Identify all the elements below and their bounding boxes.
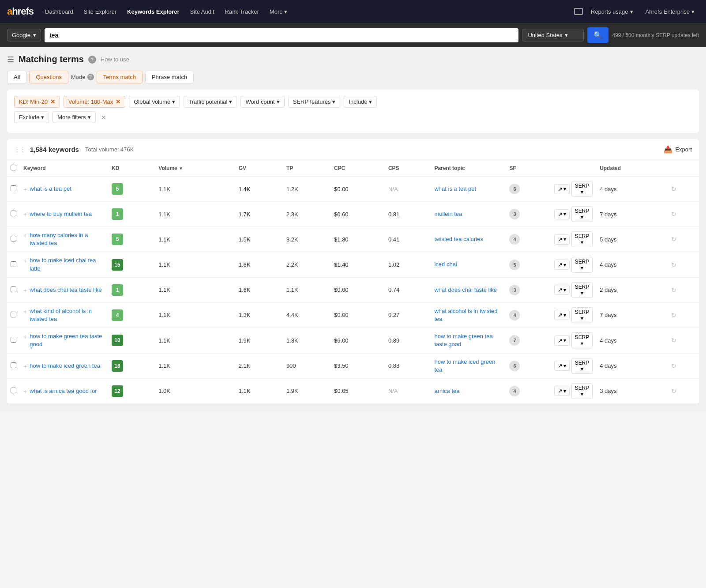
keyword-link[interactable]: what is arnica tea good for — [30, 387, 97, 395]
add-keyword-icon[interactable]: + — [23, 363, 27, 370]
mode-help-icon[interactable]: ? — [87, 74, 94, 80]
trend-button[interactable]: ↗ ▾ — [554, 184, 570, 194]
menu-icon[interactable]: ☰ — [7, 55, 14, 64]
include-filter[interactable]: Include ▾ — [344, 96, 377, 108]
keyword-link[interactable]: how many calories in a twisted tea — [30, 231, 105, 247]
keyword-link[interactable]: where to buy mullein tea — [30, 210, 92, 218]
serp-features-filter[interactable]: SERP features ▾ — [288, 96, 341, 108]
country-selector[interactable]: United States ▾ — [522, 29, 584, 41]
row-checkbox[interactable] — [11, 362, 16, 368]
row-checkbox[interactable] — [11, 261, 16, 267]
row-checkbox[interactable] — [11, 236, 16, 241]
trend-button[interactable]: ↗ ▾ — [554, 361, 570, 371]
add-keyword-icon[interactable]: + — [23, 211, 27, 218]
keyword-link[interactable]: what kind of alcohol is in twisted tea — [30, 307, 105, 323]
serp-button[interactable]: SERP ▾ — [571, 231, 593, 247]
tab-questions[interactable]: Questions — [29, 71, 68, 83]
row-checkbox[interactable] — [11, 286, 16, 292]
serp-button[interactable]: SERP ▾ — [571, 206, 593, 222]
add-keyword-icon[interactable]: + — [23, 287, 27, 294]
word-count-filter[interactable]: Word count ▾ — [240, 96, 284, 108]
kd-filter-remove[interactable]: ✕ — [50, 98, 55, 105]
select-all-checkbox[interactable] — [11, 165, 16, 170]
exclude-filter[interactable]: Exclude ▾ — [14, 111, 49, 123]
parent-topic-link[interactable]: how to make green tea taste good — [434, 333, 492, 347]
refresh-icon[interactable]: ↻ — [671, 388, 676, 395]
add-keyword-icon[interactable]: + — [23, 186, 27, 193]
parent-topic-link[interactable]: twisted tea calories — [434, 236, 483, 242]
serp-button[interactable]: SERP ▾ — [571, 257, 593, 273]
export-button[interactable]: 📥 Export — [664, 145, 692, 154]
refresh-icon[interactable]: ↻ — [671, 337, 676, 344]
tab-phrase-match[interactable]: Phrase match — [145, 71, 194, 83]
keyword-link[interactable]: how to make green tea taste good — [30, 332, 105, 348]
refresh-icon[interactable]: ↻ — [671, 261, 676, 268]
parent-topic-link[interactable]: arnica tea — [434, 388, 459, 394]
reports-usage-btn[interactable]: Reports usage ▾ — [586, 6, 638, 18]
volume-filter-remove[interactable]: ✕ — [116, 98, 120, 105]
how-to-use-link[interactable]: How to use — [101, 56, 129, 63]
serp-button[interactable]: SERP ▾ — [571, 307, 593, 323]
enterprise-btn[interactable]: Ahrefs Enterprise ▾ — [641, 6, 699, 18]
refresh-icon[interactable]: ↻ — [671, 236, 676, 243]
add-keyword-icon[interactable]: + — [23, 333, 27, 340]
parent-topic-link[interactable]: how to make iced green tea — [434, 358, 495, 373]
nav-rank-tracker[interactable]: Rank Tracker — [221, 6, 263, 18]
keyword-link[interactable]: what does chai tea taste like — [30, 286, 101, 294]
volume-filter-tag[interactable]: Volume: 100-Max ✕ — [64, 96, 125, 108]
trend-button[interactable]: ↗ ▾ — [554, 260, 570, 270]
sf-badge: 6 — [509, 361, 520, 371]
kd-filter-tag[interactable]: KD: Min-20 ✕ — [14, 96, 60, 108]
parent-topic-link[interactable]: what is a tea pet — [434, 185, 476, 192]
serp-button[interactable]: SERP ▾ — [571, 383, 593, 399]
trend-button[interactable]: ↗ ▾ — [554, 234, 570, 245]
parent-topic-link[interactable]: what alcohol is in twisted tea — [434, 308, 497, 322]
trend-button[interactable]: ↗ ▾ — [554, 386, 570, 396]
refresh-icon[interactable]: ↻ — [671, 362, 676, 369]
parent-topic-link[interactable]: iced chai — [434, 261, 457, 268]
add-keyword-icon[interactable]: + — [23, 388, 27, 395]
help-icon[interactable]: ? — [88, 56, 96, 64]
refresh-icon[interactable]: ↻ — [671, 185, 676, 192]
add-keyword-icon[interactable]: + — [23, 232, 27, 239]
col-volume[interactable]: Volume ▼ — [155, 160, 235, 177]
row-checkbox[interactable] — [11, 312, 16, 317]
trend-button[interactable]: ↗ ▾ — [554, 310, 570, 320]
engine-selector[interactable]: Google ▾ — [7, 29, 41, 41]
refresh-icon[interactable]: ↻ — [671, 211, 676, 218]
parent-topic-link[interactable]: what does chai taste like — [434, 286, 497, 293]
nav-site-audit[interactable]: Site Audit — [186, 6, 219, 18]
trend-button[interactable]: ↗ ▾ — [554, 335, 570, 346]
traffic-potential-filter[interactable]: Traffic potential ▾ — [184, 96, 237, 108]
tab-all[interactable]: All — [7, 71, 26, 83]
nav-dashboard[interactable]: Dashboard — [41, 6, 78, 18]
tab-terms-match[interactable]: Terms match — [97, 71, 143, 83]
ahrefs-logo[interactable]: ahrefs — [7, 6, 34, 17]
serp-button[interactable]: SERP ▾ — [571, 181, 593, 197]
more-filters-btn[interactable]: More filters ▾ — [53, 111, 95, 123]
row-checkbox[interactable] — [11, 388, 16, 393]
add-keyword-icon[interactable]: + — [23, 257, 27, 264]
row-checkbox[interactable] — [11, 337, 16, 343]
trend-button[interactable]: ↗ ▾ — [554, 285, 570, 295]
refresh-icon[interactable]: ↻ — [671, 286, 676, 294]
add-keyword-icon[interactable]: + — [23, 308, 27, 315]
row-checkbox[interactable] — [11, 185, 16, 191]
keyword-link[interactable]: what is a tea pet — [30, 185, 71, 193]
serp-button[interactable]: SERP ▾ — [571, 358, 593, 374]
row-checkbox[interactable] — [11, 211, 16, 216]
search-input[interactable] — [45, 28, 519, 42]
serp-button[interactable]: SERP ▾ — [571, 332, 593, 348]
nav-site-explorer[interactable]: Site Explorer — [79, 6, 121, 18]
keyword-link[interactable]: how to make iced green tea — [30, 362, 100, 370]
serp-button[interactable]: SERP ▾ — [571, 282, 593, 298]
keyword-link[interactable]: how to make iced chai tea latte — [30, 256, 105, 272]
search-button[interactable]: 🔍 — [587, 27, 608, 43]
nav-more[interactable]: More ▾ — [265, 6, 292, 18]
global-volume-filter[interactable]: Global volume ▾ — [129, 96, 180, 108]
refresh-icon[interactable]: ↻ — [671, 312, 676, 319]
trend-button[interactable]: ↗ ▾ — [554, 209, 570, 219]
clear-filters-btn[interactable]: ✕ — [99, 113, 108, 122]
parent-topic-link[interactable]: mullein tea — [434, 211, 462, 217]
nav-keywords-explorer[interactable]: Keywords Explorer — [123, 6, 184, 18]
